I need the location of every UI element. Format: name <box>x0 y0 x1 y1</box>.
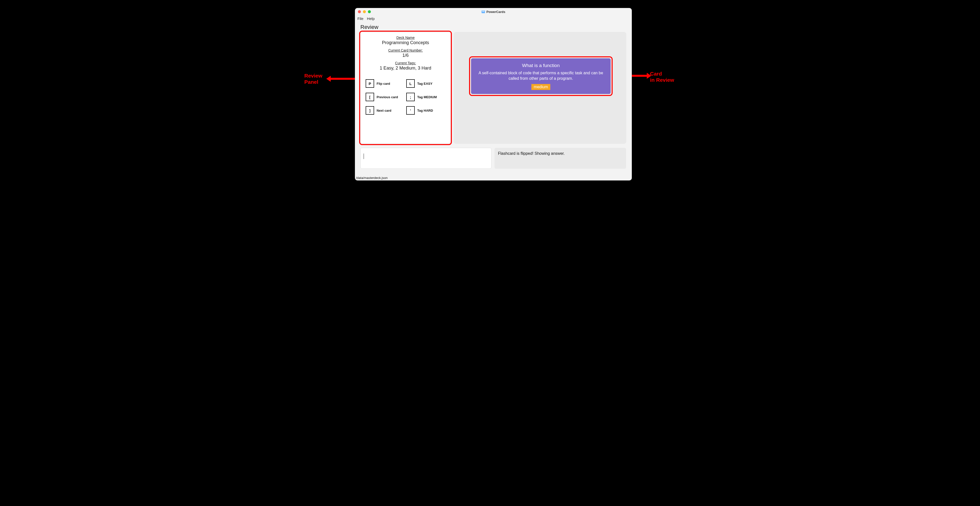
label-next: Next card <box>377 109 391 112</box>
status-message: Flashcard is flipped! Showing answer. <box>498 151 565 156</box>
app-icon <box>482 11 485 13</box>
card-area: What is a function A self-contained bloc… <box>453 32 626 144</box>
app-window: PowerCards File Help Review Deck Name Pr… <box>355 8 632 180</box>
label-medium: Tag MEDIUM <box>417 95 437 99</box>
key-prev: [ <box>366 93 374 101</box>
tags-value: 1 Easy, 2 Medium, 3 Hard <box>363 65 448 71</box>
annotation-right-line1: Cardin Review <box>650 71 674 83</box>
key-flip: P <box>366 79 374 88</box>
shortcut-medium: ; Tag MEDIUM <box>406 93 445 101</box>
card-number-label: Current Card Number: <box>363 48 448 53</box>
command-input[interactable] <box>360 148 492 169</box>
label-easy: Tag EASY <box>417 82 433 86</box>
tags-label: Current Tags: <box>363 61 448 65</box>
key-medium: ; <box>406 93 415 101</box>
window-title: PowerCards <box>482 10 506 14</box>
card-difficulty-badge: medium <box>531 84 550 90</box>
key-next: ] <box>366 106 374 115</box>
window-controls <box>358 10 371 13</box>
status-message-box: Flashcard is flipped! Showing answer. <box>495 148 626 169</box>
menu-help[interactable]: Help <box>367 16 375 21</box>
label-hard: Tag HARD <box>417 109 433 112</box>
titlebar: PowerCards <box>355 8 632 16</box>
shortcut-prev: [ Previous card <box>366 93 405 101</box>
deck-name-label: Deck Name <box>363 36 448 40</box>
shortcut-grid: P Flip card L Tag EASY [ Previous card ;… <box>363 79 448 115</box>
flashcard[interactable]: What is a function A self-contained bloc… <box>471 58 611 94</box>
text-cursor-icon <box>364 154 364 159</box>
app-title-text: PowerCards <box>487 10 506 14</box>
deck-name-value: Programming Concepts <box>363 40 448 45</box>
key-hard: ' <box>406 106 415 115</box>
annotation-card-in-review: Cardin Review <box>650 70 674 83</box>
minimize-icon[interactable] <box>363 10 366 13</box>
card-number-value: 1/6 <box>363 53 448 58</box>
label-flip: Flip card <box>377 82 390 86</box>
review-panel: Deck Name Programming Concepts Current C… <box>360 32 450 144</box>
label-prev: Previous card <box>377 95 398 99</box>
shortcut-hard: ' Tag HARD <box>406 106 445 115</box>
card-answer: A self-contained block of code that perf… <box>475 70 607 81</box>
shortcut-easy: L Tag EASY <box>406 79 445 88</box>
page-title: Review <box>360 24 378 30</box>
zoom-icon[interactable] <box>368 10 371 13</box>
shortcut-next: ] Next card <box>366 106 405 115</box>
card-question: What is a function <box>475 63 607 68</box>
key-easy: L <box>406 79 415 88</box>
annotation-review-panel: ReviewPanel <box>304 73 322 85</box>
menu-file[interactable]: File <box>357 16 363 21</box>
annotation-arrow-left <box>331 78 357 80</box>
annotation-left-line1: ReviewPanel <box>304 73 322 85</box>
footer-path: /data/masterdeck.json <box>356 176 388 180</box>
close-icon[interactable] <box>358 10 361 13</box>
shortcut-flip: P Flip card <box>366 79 405 88</box>
menubar: File Help <box>355 16 632 21</box>
